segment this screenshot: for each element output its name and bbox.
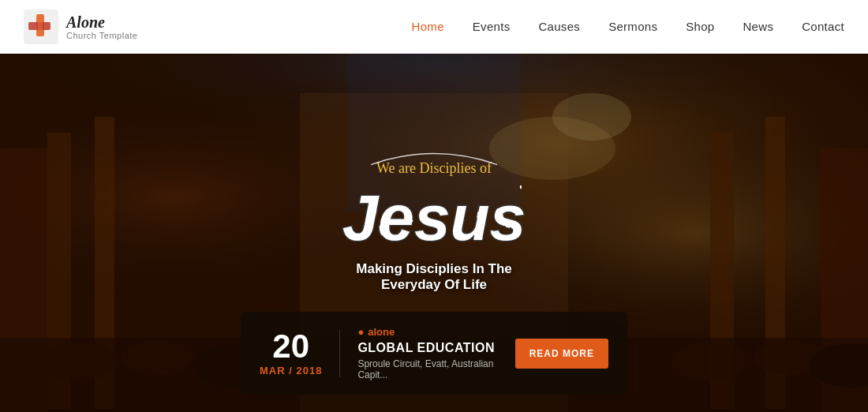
- event-month: MAR / 2018: [260, 365, 322, 376]
- nav-item-shop[interactable]: Shop: [686, 20, 714, 34]
- logo[interactable]: Alone Church Template: [24, 9, 137, 44]
- nav-link-events[interactable]: Events: [473, 20, 511, 33]
- event-date: 20 MAR / 2018: [260, 330, 322, 376]
- site-tagline: Church Template: [66, 31, 137, 40]
- nav-link-shop[interactable]: Shop: [686, 20, 714, 33]
- event-day: 20: [260, 330, 322, 363]
- nav-item-causes[interactable]: Causes: [538, 20, 580, 34]
- nav-link-home[interactable]: Home: [412, 20, 444, 33]
- hero-title-svg: Jesus ': [308, 181, 560, 252]
- nav-link-sermons[interactable]: Sermons: [608, 20, 657, 33]
- event-card: 20 MAR / 2018 ● alone GLOBAL EDUCATION S…: [241, 312, 627, 395]
- event-info: ● alone GLOBAL EDUCATION Sproule Circuit…: [357, 326, 497, 380]
- site-name: Alone: [66, 13, 137, 31]
- nav-link-contact[interactable]: Contact: [802, 20, 844, 33]
- tagline-wrapper: We are Disciplies of: [376, 160, 492, 177]
- nav-link-news[interactable]: News: [743, 20, 773, 33]
- nav-item-events[interactable]: Events: [473, 20, 511, 34]
- event-author-name: alone: [368, 326, 395, 338]
- nav-links: Home Events Causes Sermons Shop News Con…: [412, 20, 844, 34]
- arc-decoration: [355, 143, 513, 167]
- nav-item-sermons[interactable]: Sermons: [608, 20, 657, 34]
- hero-title-wrapper: Jesus ': [284, 181, 584, 255]
- event-divider: [339, 330, 340, 377]
- hero-content: We are Disciplies of Jesus ' Making Disc…: [284, 160, 584, 293]
- logo-icon: [24, 9, 58, 44]
- hero-subtitle: Making Disciplies In The Everyday Of Lif…: [284, 261, 584, 293]
- nav-item-news[interactable]: News: [743, 20, 773, 34]
- svg-rect-3: [38, 16, 43, 35]
- svg-text:': ': [519, 184, 522, 197]
- hero-section: We are Disciplies of Jesus ' Making Disc…: [0, 54, 868, 412]
- logo-text: Alone Church Template: [66, 13, 137, 40]
- event-location: Sproule Circuit, Evatt, Australian Capit…: [357, 358, 497, 380]
- event-title: GLOBAL EDUCATION: [357, 341, 497, 355]
- nav-link-causes[interactable]: Causes: [538, 20, 580, 33]
- svg-text:Jesus: Jesus: [342, 182, 526, 252]
- read-more-button[interactable]: READ MORE: [515, 339, 608, 369]
- nav-item-contact[interactable]: Contact: [802, 20, 844, 34]
- nav-item-home[interactable]: Home: [412, 20, 444, 34]
- user-icon: ●: [357, 326, 364, 338]
- event-author: ● alone: [357, 326, 497, 338]
- hero-subtitle-line1: Making Disciplies In The: [284, 261, 584, 277]
- navbar: Alone Church Template Home Events Causes…: [0, 0, 868, 54]
- hero-subtitle-line2: Everyday Of Life: [284, 277, 584, 293]
